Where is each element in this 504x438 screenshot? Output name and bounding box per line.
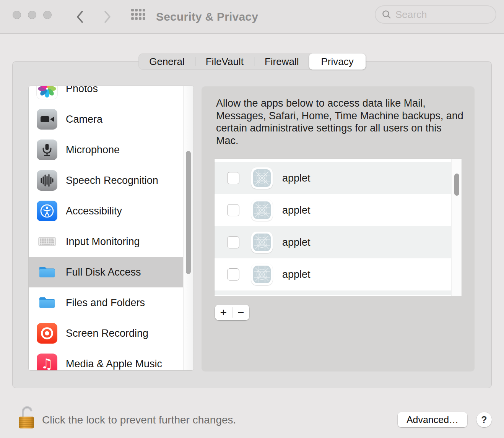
close-window-button[interactable] <box>13 11 21 19</box>
accessibility-icon <box>37 201 57 221</box>
microphone-icon <box>37 140 57 160</box>
sidebar-item-label: Media & Apple Music <box>66 358 162 370</box>
sidebar-item-label: Microphone <box>66 144 120 156</box>
record-icon <box>37 323 57 344</box>
sidebar-item-label: Accessibility <box>66 205 122 217</box>
titlebar: Security & Privacy <box>0 0 504 34</box>
sidebar-item-files-and-folders[interactable]: Files and Folders <box>29 287 183 318</box>
sidebar-item-media-apple-music[interactable]: ♫ Media & Apple Music <box>29 349 183 371</box>
sidebar-item-label: Photos <box>66 86 98 95</box>
back-button[interactable] <box>74 8 86 25</box>
sidebar-item-label: Full Disk Access <box>66 266 141 278</box>
pane-description: Allow the apps below to access data like… <box>216 97 465 147</box>
tab-firewall[interactable]: Firewall <box>254 54 309 69</box>
window-title: Security & Privacy <box>156 0 258 34</box>
folder-icon <box>37 292 57 313</box>
search-input[interactable] <box>395 9 483 21</box>
sidebar-scrollbar-track[interactable] <box>183 86 193 370</box>
allowed-apps-list: applet applet <box>214 159 462 296</box>
advanced-button[interactable]: Advanced… <box>398 412 467 427</box>
add-app-button[interactable]: + <box>215 305 232 320</box>
list-row-partial <box>215 290 452 295</box>
sidebar-item-label: Camera <box>66 114 102 125</box>
checkbox-unchecked[interactable] <box>227 236 239 248</box>
app-row-applet-4[interactable]: applet <box>215 258 452 290</box>
sidebar-item-camera[interactable]: Camera <box>29 104 183 135</box>
sidebar-item-label: Input Monitoring <box>66 236 140 248</box>
lock-hint-text: Click the lock to prevent further change… <box>42 414 236 426</box>
sidebar-item-photos[interactable]: Photos <box>29 86 183 104</box>
sidebar-item-label: Screen Recording <box>66 328 148 339</box>
folder-icon <box>37 262 57 282</box>
applet-icon <box>251 232 273 253</box>
speech-recognition-icon <box>37 170 57 191</box>
checkbox-unchecked[interactable] <box>227 172 239 184</box>
sidebar-item-label: Files and Folders <box>66 297 145 309</box>
camera-icon <box>37 109 57 130</box>
applet-icon <box>251 200 273 221</box>
sidebar-scrollbar-thumb[interactable] <box>186 151 191 274</box>
photos-icon <box>37 86 57 99</box>
sidebar-item-label: Speech Recognition <box>66 175 158 187</box>
list-scrollbar-thumb[interactable] <box>454 174 459 196</box>
checkbox-unchecked[interactable] <box>227 268 239 281</box>
app-row-applet-1[interactable]: applet <box>215 162 452 194</box>
minimize-window-button[interactable] <box>28 11 36 19</box>
app-name: applet <box>282 269 311 281</box>
app-name: applet <box>282 237 311 248</box>
tab-bar: General FileVault Firewall Privacy <box>138 54 366 70</box>
privacy-category-list: Photos Camera Microphone <box>28 86 194 371</box>
show-all-grid-icon[interactable] <box>131 9 145 20</box>
app-name: applet <box>282 172 311 184</box>
tab-filevault[interactable]: FileVault <box>195 54 254 69</box>
applet-icon <box>251 264 273 285</box>
sidebar-item-microphone[interactable]: Microphone <box>29 135 183 165</box>
list-scrollbar-track[interactable] <box>451 159 462 296</box>
sidebar-item-speech-recognition[interactable]: Speech Recognition <box>29 165 183 196</box>
keyboard-icon <box>37 231 57 252</box>
zoom-window-button[interactable] <box>43 11 52 19</box>
applet-icon <box>251 167 273 189</box>
unlocked-padlock-icon[interactable] <box>15 403 38 430</box>
app-name: applet <box>282 204 311 216</box>
app-row-applet-2[interactable]: applet <box>215 194 452 226</box>
add-remove-group: + − <box>215 305 249 320</box>
tab-privacy[interactable]: Privacy <box>309 54 366 70</box>
full-disk-access-pane: Allow the apps below to access data like… <box>202 86 475 371</box>
music-note-icon: ♫ <box>37 354 57 371</box>
sidebar-item-screen-recording[interactable]: Screen Recording <box>29 318 183 349</box>
search-field[interactable] <box>375 5 496 24</box>
checkbox-unchecked[interactable] <box>227 204 239 216</box>
sidebar-item-full-disk-access[interactable]: Full Disk Access <box>29 257 183 287</box>
remove-app-button[interactable]: − <box>232 305 250 320</box>
app-row-applet-3[interactable]: applet <box>215 226 452 258</box>
search-icon <box>382 10 392 19</box>
help-button[interactable]: ? <box>476 412 492 427</box>
tab-general[interactable]: General <box>139 54 195 69</box>
list-row-partial <box>215 159 452 162</box>
sidebar-item-accessibility[interactable]: Accessibility <box>29 196 183 226</box>
forward-button[interactable] <box>102 8 113 25</box>
sidebar-item-input-monitoring[interactable]: Input Monitoring <box>29 226 183 257</box>
